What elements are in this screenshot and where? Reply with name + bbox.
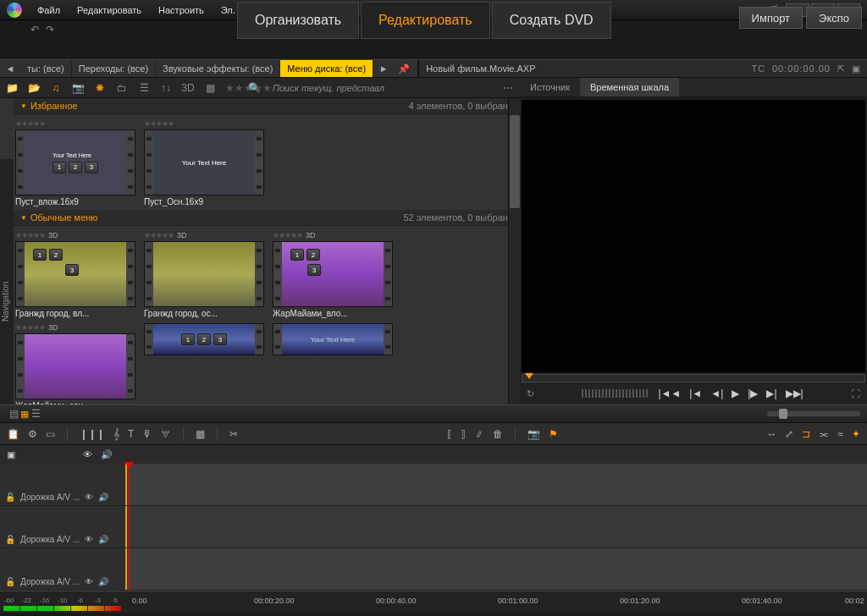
track-collapse-icon[interactable]: ▣	[7, 449, 15, 460]
lock-icon[interactable]: 🔓	[5, 492, 15, 502]
tab-dvd[interactable]: Создать DVD	[492, 2, 611, 39]
treble-icon[interactable]: 𝄞	[113, 428, 119, 440]
menu-item[interactable]: ★★★★★3D Гранжд город, ос...	[144, 229, 269, 318]
menu-item[interactable]: Your Text Here	[273, 322, 398, 404]
redo-icon[interactable]: ↷	[46, 24, 54, 36]
import-button[interactable]: Импорт	[739, 7, 803, 29]
menu-item[interactable]: ★★★★★ Your Text Here Пуст_Осн.16x9	[144, 118, 269, 206]
preview-tab-timeline[interactable]: Временная шкала	[580, 78, 679, 96]
tab-organize[interactable]: Организовать	[237, 2, 359, 39]
rating-stars[interactable]: ★★★★★	[15, 119, 45, 128]
collapse-icon[interactable]: ▼	[20, 102, 27, 110]
sidebar-toggle-icon[interactable]: ▤	[7, 408, 20, 420]
eye-icon[interactable]: 👁	[85, 492, 93, 502]
subtab-1[interactable]: ты: (все)	[20, 60, 72, 77]
menu-item[interactable]: ★★★★★ Your Text Here123 Пуст_влож.16x9	[15, 118, 141, 206]
next-button[interactable]: ▶|	[766, 388, 776, 399]
ripple-icon[interactable]: ≈	[837, 428, 843, 440]
voiceover-icon[interactable]: 🎙	[142, 428, 152, 440]
menu-setup[interactable]: Настроить	[152, 3, 211, 17]
smart-icon[interactable]: ✦	[852, 428, 860, 440]
split-icon[interactable]: ⫽	[474, 428, 484, 440]
speaker-icon[interactable]: 🔊	[101, 449, 113, 460]
marker-icon[interactable]: ⚑	[549, 428, 558, 440]
ducking-icon[interactable]: ⩔	[161, 428, 171, 440]
subtab-transitions[interactable]: Переходы: (все)	[72, 60, 156, 77]
3d-icon[interactable]: 3D	[181, 82, 195, 94]
sort-icon[interactable]: ↑↓	[159, 82, 173, 94]
prev-button[interactable]: |◄	[689, 388, 702, 399]
tab-edit[interactable]: Редактировать	[361, 2, 490, 39]
rating-stars[interactable]: ★★★★★	[15, 323, 45, 332]
music-icon[interactable]: ♫	[49, 82, 63, 94]
playhead-marker[interactable]	[525, 373, 533, 379]
menu-item[interactable]: ★★★★★3D 123 ЖарМайами_вло...	[273, 229, 398, 318]
speaker-icon[interactable]: 🔊	[98, 577, 108, 586]
folder-open-icon[interactable]: 📂	[27, 82, 41, 94]
options-icon[interactable]: ⋯	[501, 82, 515, 94]
zoom-icon[interactable]: ⤢	[785, 428, 793, 440]
export-button[interactable]: Экспо	[806, 7, 862, 29]
go-start-button[interactable]: |◄◄	[658, 388, 681, 399]
gear-icon[interactable]: ⚙	[28, 428, 37, 440]
scroll-left-icon[interactable]: ◄	[0, 60, 20, 77]
preview-scrubber[interactable]	[522, 374, 865, 382]
step-fwd-button[interactable]: |▶	[748, 388, 758, 399]
title-icon[interactable]: T	[128, 428, 134, 440]
jog-wheel[interactable]	[582, 389, 649, 398]
rating-stars[interactable]: ★★★★★	[273, 231, 302, 239]
snapshot-icon[interactable]: 📷	[527, 428, 540, 440]
razor-icon[interactable]: ✂	[229, 428, 238, 440]
levels-icon[interactable]: ❙❙❙	[80, 428, 105, 440]
play-button[interactable]: ▶	[732, 388, 739, 399]
eye-icon[interactable]: 👁	[85, 577, 93, 586]
delete-icon[interactable]: 🗑	[493, 428, 503, 440]
eye-icon[interactable]: 👁	[83, 449, 92, 459]
folder-icon[interactable]: 🗀	[115, 82, 129, 94]
lock-icon[interactable]: 🔓	[5, 535, 15, 544]
timeline-track[interactable]: 🔓Дорожка A/V ...👁🔊	[0, 548, 867, 591]
expand-icon[interactable]: ⛶	[851, 388, 860, 399]
search-icon[interactable]: 🔍	[247, 82, 261, 94]
multicam-icon[interactable]: ▦	[196, 428, 205, 440]
thumb-size-slider[interactable]	[767, 411, 860, 416]
trim-out-icon[interactable]: ⟧	[461, 428, 466, 440]
list-icon[interactable]: ☰	[137, 82, 151, 94]
grid-view-icon[interactable]: ▦	[20, 409, 29, 420]
subtab-discmenu[interactable]: Меню диска: (все)	[280, 60, 373, 77]
rating-stars[interactable]: ★★★★★	[144, 119, 174, 128]
navigation-sidebar[interactable]: Navigation	[0, 159, 14, 404]
go-end-button[interactable]: ▶▶|	[786, 388, 803, 399]
search-input[interactable]: Поиск текущ. представл	[273, 83, 384, 93]
fit-icon[interactable]: ↔	[766, 428, 776, 440]
loop-icon[interactable]: ↻	[527, 388, 534, 399]
clipboard-icon[interactable]: 📋	[7, 428, 19, 440]
tag-icon[interactable]: ▦	[203, 82, 217, 94]
reel-icon[interactable]: ✺	[93, 82, 107, 94]
rating-stars[interactable]: ★★★★★	[144, 231, 174, 239]
scroll-right-icon[interactable]: ►	[373, 60, 394, 77]
link-icon[interactable]: ⫘	[819, 428, 829, 440]
rating-filter[interactable]: ★★★★★	[225, 82, 239, 94]
rating-stars[interactable]: ★★★★★	[15, 231, 45, 239]
step-back-button[interactable]: ◄|	[710, 388, 723, 399]
fullscreen-icon[interactable]: ▣	[852, 63, 860, 74]
menu-item[interactable]: ★★★★★3D ЖарМайами_осн...	[15, 322, 141, 404]
pin-icon[interactable]: 📌	[394, 60, 414, 77]
lock-icon[interactable]: 🔓	[5, 577, 15, 586]
trim-in-icon[interactable]: ⟦	[447, 428, 452, 440]
eye-icon[interactable]: 👁	[85, 535, 93, 544]
menu-item[interactable]: 123	[144, 322, 269, 404]
preview-tab-source[interactable]: Источник	[520, 78, 580, 96]
subtab-sfx[interactable]: Звуковые эффекты: (все)	[156, 60, 280, 77]
menu-item[interactable]: ★★★★★3D 123 Гранжд город, вл...	[15, 229, 141, 318]
timeline-ruler[interactable]: -60 -22 -16 -10 -6 -3 0 0.00 00:00:20.00…	[0, 591, 867, 613]
menu-edit[interactable]: Редактировать	[70, 3, 148, 17]
timeline-track[interactable]: 🔓Дорожка A/V ...👁🔊	[0, 464, 867, 506]
list-view-icon[interactable]: ☰	[29, 408, 42, 420]
undo-icon[interactable]: ↶	[30, 24, 39, 36]
nav-tree-icon[interactable]: 📁	[5, 82, 19, 94]
camera-icon[interactable]: 📷	[71, 82, 85, 94]
speaker-icon[interactable]: 🔊	[98, 492, 108, 502]
timeline-playhead[interactable]	[129, 464, 130, 591]
